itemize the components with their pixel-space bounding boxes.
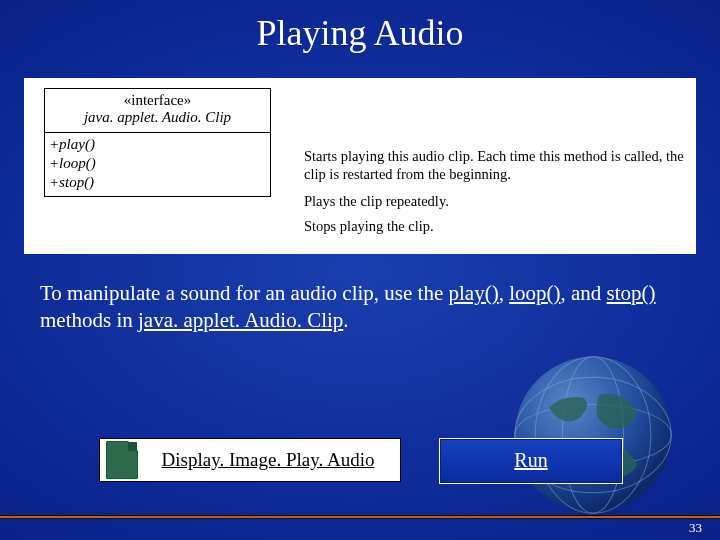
footer-divider [0,515,720,518]
document-icon [106,441,138,479]
uml-header: «interface» java. applet. Audio. Clip [45,89,270,133]
desc-play: Starts playing this audio clip. Each tim… [304,148,684,183]
desc-stop: Stops playing the clip. [304,218,684,236]
ref-class: java. applet. Audio. Clip [138,308,343,332]
uml-class-box: «interface» java. applet. Audio. Clip +p… [44,88,271,197]
ref-loop: loop() [509,281,560,305]
desc-loop: Plays the clip repeatedly. [304,193,684,211]
slide-title: Playing Audio [0,0,720,54]
ref-stop: stop() [607,281,656,305]
uml-class-name: java. applet. Audio. Clip [47,109,268,126]
uml-diagram-panel: «interface» java. applet. Audio. Clip +p… [24,78,696,254]
body-text: To manipulate a sound for an audio clip,… [40,280,680,334]
example-file-button[interactable]: Display. Image. Play. Audio [100,439,400,481]
uml-method-play: +play() [49,135,266,154]
slide-number: 33 [689,520,702,536]
uml-method-stop: +stop() [49,173,266,192]
uml-method-loop: +loop() [49,154,266,173]
button-row: Display. Image. Play. Audio Run [100,433,680,485]
run-button[interactable]: Run [440,439,622,483]
example-file-label: Display. Image. Play. Audio [146,449,400,471]
ref-play: play() [449,281,499,305]
uml-methods: +play() +loop() +stop() [45,133,270,196]
uml-stereotype: «interface» [47,92,268,109]
